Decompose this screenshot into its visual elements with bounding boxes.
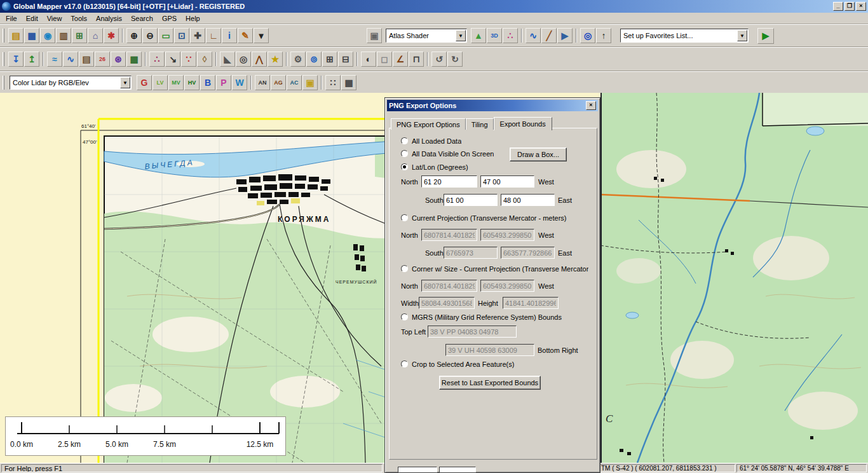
lidar-color-dropdown[interactable]: Color Lidar by RGB/Elev ▼	[10, 76, 132, 90]
scatter-points-icon[interactable]: ∴	[149, 51, 165, 67]
feature-info-icon[interactable]: i	[222, 28, 237, 43]
menu-edit[interactable]: Edit	[22, 13, 43, 24]
classify-buildings-icon[interactable]: B	[200, 75, 215, 90]
north-arrow-icon[interactable]: ↑	[596, 28, 611, 43]
spark-analysis-icon[interactable]: ★	[268, 51, 283, 67]
save-workspace-icon[interactable]: ▦	[24, 28, 39, 43]
tab-tiling[interactable]: Tiling	[466, 118, 494, 130]
zoom-box-icon[interactable]: ▭	[158, 28, 173, 43]
menu-help[interactable]: Help	[181, 13, 205, 24]
tab-png-export-options[interactable]: PNG Export Options	[391, 118, 466, 130]
contour-generate-icon[interactable]: ∿	[63, 51, 78, 67]
classify-med-veg-icon[interactable]: MV	[168, 75, 184, 90]
menu-view[interactable]: View	[43, 13, 67, 24]
kernel-icon[interactable]: ⊛	[111, 51, 126, 67]
cut-terrain-icon[interactable]: ◣	[220, 51, 235, 67]
export-elevation-icon[interactable]: ↧	[8, 51, 24, 67]
flatten-icon[interactable]: ⊓	[409, 51, 424, 67]
gears-icon[interactable]: ⚙	[290, 51, 306, 67]
pick-tool-icon[interactable]: ⋀	[252, 51, 267, 67]
merge-layers-icon[interactable]: ⊞	[322, 51, 337, 67]
toolbar-grip[interactable]	[3, 76, 4, 90]
water-level-icon[interactable]: ≈	[47, 51, 62, 67]
radio-crop-selected-area[interactable]: Crop to Selected Area Feature(s)	[401, 360, 514, 368]
fill-terrain-icon[interactable]: ◊	[197, 51, 212, 67]
digitizer-icon[interactable]: ✎	[238, 28, 253, 43]
radio-lat-lon-degrees[interactable]: Lat/Lon (Degrees)	[401, 163, 468, 171]
pan-icon[interactable]: ✚	[190, 28, 205, 43]
full-view-icon[interactable]: ⊡	[174, 28, 189, 43]
angle-measure-icon[interactable]: ∠	[393, 51, 408, 67]
workspace-icon[interactable]: ⌂	[88, 28, 103, 43]
chevron-down-icon[interactable]: ▼	[456, 30, 466, 41]
classify-high-veg-icon[interactable]: HV	[184, 75, 200, 90]
menu-gps[interactable]: GPS	[158, 13, 181, 24]
close-button[interactable]: ×	[856, 2, 866, 11]
import-elevation-icon[interactable]: ↥	[24, 51, 39, 67]
radio-current-projection[interactable]: Current Projection (Transverse Mercator …	[401, 214, 567, 222]
shader-dropdown[interactable]: Atlas Shader ▼	[386, 29, 467, 43]
auto-classify-noise-icon[interactable]: AN	[255, 75, 270, 90]
classify-water-icon[interactable]: W	[232, 75, 247, 90]
terrain-3d-icon[interactable]: ▦	[126, 51, 142, 67]
auto-classify-icon[interactable]: AC	[287, 75, 302, 90]
measure-icon[interactable]: ∟	[206, 28, 221, 43]
chevron-down-icon[interactable]: ▼	[120, 77, 130, 88]
cluster-icon[interactable]: ⊚	[306, 51, 322, 67]
draw-path-icon[interactable]: ↘	[165, 51, 180, 67]
rotate-right-icon[interactable]: ↻	[447, 51, 463, 67]
classify-low-veg-icon[interactable]: LV	[153, 75, 168, 90]
crop-layers-icon[interactable]: ⊟	[338, 51, 353, 67]
tool-dropdown-icon[interactable]: ▾	[254, 28, 269, 43]
map-catalog-icon[interactable]: ⊞	[72, 28, 87, 43]
color-lidar-icon[interactable]: ▣	[302, 75, 318, 90]
run-favorite-icon[interactable]: ▶	[757, 28, 774, 44]
line-of-sight-icon[interactable]: ╱	[541, 28, 557, 43]
radio-corner-size[interactable]: Corner w/ Size - Current Projection (Tra…	[401, 264, 588, 273]
lidar-grid-icon[interactable]: ▦	[341, 75, 356, 90]
toolbar-grip[interactable]	[3, 29, 4, 43]
configure-icon[interactable]: ✱	[104, 28, 119, 43]
elevation-grid-icon[interactable]: ▤	[79, 51, 94, 67]
auto-classify-ground-icon[interactable]: AG	[271, 75, 286, 90]
open-data-list-icon[interactable]: ▥	[56, 28, 71, 43]
center-position-icon[interactable]: ◎	[580, 28, 595, 43]
shade-icon[interactable]: ◐	[361, 51, 376, 67]
minimize-button[interactable]: _	[833, 2, 843, 11]
open-online-data-icon[interactable]: ◉	[40, 28, 55, 43]
classify-poles-icon[interactable]: P	[216, 75, 231, 90]
terrain-shader-icon[interactable]: ▲	[471, 28, 486, 43]
south-lat-input[interactable]	[444, 194, 498, 206]
restore-button[interactable]: ❐	[844, 2, 855, 11]
open-file-icon[interactable]: ▤	[8, 28, 24, 43]
reset-exported-bounds-button[interactable]: Reset to Last Exported Bounds	[439, 376, 541, 390]
toolbar-grip[interactable]	[3, 52, 4, 66]
radio-mgrs-bounds[interactable]: MGRS (Military Grid Reference System) Bo…	[401, 313, 562, 321]
favorites-dropdown[interactable]: Set up Favorites List... ▼	[620, 29, 749, 43]
dialog-titlebar[interactable]: PNG Export Options ×	[387, 100, 598, 111]
draw-a-box-button[interactable]: Draw a Box...	[510, 147, 567, 161]
filter-lidar-icon[interactable]: ∷	[325, 75, 341, 90]
lock-projection-icon[interactable]: ▣	[367, 28, 382, 43]
east-lon-input[interactable]	[501, 194, 555, 206]
map-view-right[interactable]: С	[600, 93, 868, 463]
code-values-icon[interactable]: 26	[95, 51, 110, 67]
tab-export-bounds[interactable]: Export Bounds	[494, 117, 552, 130]
dialog-close-button[interactable]: ×	[586, 101, 596, 110]
rotate-left-icon[interactable]: ↺	[431, 51, 447, 67]
compass-icon[interactable]: ◎	[236, 51, 251, 67]
north-lat-input[interactable]	[421, 175, 477, 188]
fly-through-icon[interactable]: ▶	[557, 28, 573, 43]
spot-elevations-icon[interactable]: ∵	[181, 51, 196, 67]
menu-tools[interactable]: Tools	[66, 13, 92, 24]
west-lon-input[interactable]	[480, 175, 534, 188]
menu-file[interactable]: File	[1, 13, 22, 24]
chevron-down-icon[interactable]: ▼	[737, 30, 747, 41]
radio-all-data-visible[interactable]: All Data Visible On Screen	[401, 149, 494, 158]
path-profile-icon[interactable]: ∿	[526, 28, 541, 43]
lidar-view-icon[interactable]: ∴	[503, 28, 518, 43]
radio-all-loaded-data[interactable]: All Loaded Data	[401, 137, 461, 145]
menu-search[interactable]: Search	[126, 13, 158, 24]
zoom-in-icon[interactable]: ⊕	[126, 28, 142, 43]
view-3d-icon[interactable]: 3D	[487, 28, 502, 43]
